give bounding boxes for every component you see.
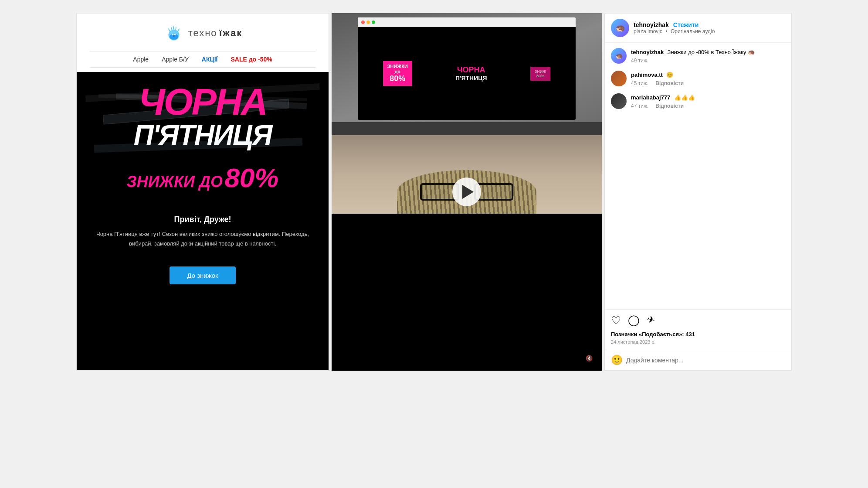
svg-line-4 <box>171 27 172 31</box>
email-header: техно їжак Apple Apple Б/У АКЦІЇ SALE до… <box>77 14 329 72</box>
svg-point-7 <box>172 34 173 35</box>
ig-comment-1-text: 😊 <box>666 72 673 78</box>
laptop-screen: ЗНИЖКИ до 80% ЧОРНА П'ЯТНИЦЯ ЗНИЖ 80% <box>358 17 576 120</box>
nav-apple-bu[interactable]: Apple Б/У <box>162 56 189 63</box>
play-triangle-icon <box>462 185 474 199</box>
ig-comment-2-content: mariababaj777 👍👍👍 47 тиж. Відповісти <box>631 93 785 109</box>
ig-caption-meta: 49 тиж. <box>631 58 785 64</box>
ig-like-icon[interactable]: ♡ <box>611 314 621 328</box>
ig-caption-comment: 🦔 tehnoyizhak Знижки до -80% в Техно Їжа… <box>611 48 785 64</box>
ig-post-header: 🦔 tehnoyizhak Стежити plaza.imovic • Ори… <box>605 14 791 43</box>
ig-comment-1-avatar <box>611 71 627 86</box>
ig-comment-2-text: 👍👍👍 <box>674 94 695 101</box>
brand-name: техно їжак <box>188 27 243 39</box>
ig-comment-2-meta: 47 тиж. Відповісти <box>631 103 785 109</box>
ig-comment-2-username: mariababaj777 <box>631 94 670 101</box>
ig-comment-1: pahimova.tt 😊 45 тиж. Відповісти <box>611 71 785 86</box>
video-panel: ЗНИЖКИ до 80% ЧОРНА П'ЯТНИЦЯ ЗНИЖ 80% <box>332 13 602 371</box>
ig-header-username: tehnoyizhak Стежити <box>634 21 785 28</box>
play-button[interactable] <box>452 177 481 206</box>
laptop-area: ЗНИЖКИ до 80% ЧОРНА П'ЯТНИЦЯ ЗНИЖ 80% <box>332 13 602 135</box>
ig-header-meta: plaza.imovic • Оригінальне аудіо <box>634 28 785 34</box>
ig-action-icons-row: ♡ ◯ ✈ <box>611 314 785 328</box>
ig-comment-1-username: pahimova.tt <box>631 72 663 78</box>
email-body: ЧОРНА П'ЯТНИЦЯ ЗНИЖКИ до 80% Пр <box>77 72 329 370</box>
ig-source: plaza.imovic <box>634 28 662 34</box>
ig-caption-avatar: 🦔 <box>611 48 627 64</box>
email-panel: техно їжак Apple Apple Б/У АКЦІЇ SALE до… <box>76 13 329 371</box>
ig-username-text: tehnoyizhak <box>634 21 669 28</box>
svg-point-9 <box>173 35 175 37</box>
ig-comments-list: 🦔 tehnoyizhak Знижки до -80% в Техно Їжа… <box>605 43 791 309</box>
email-nav: Apple Apple Б/У АКЦІЇ SALE до -50% <box>90 51 315 68</box>
cta-button[interactable]: До знижок <box>170 266 235 284</box>
ig-follow-button[interactable]: Стежити <box>673 21 699 28</box>
main-layout: техно їжак Apple Apple Б/У АКЦІЇ SALE до… <box>72 9 796 375</box>
ig-likes-count: Позначки «Подобається»: 431 <box>611 331 785 338</box>
website-content: ЗНИЖКИ до 80% ЧОРНА П'ЯТНИЦЯ ЗНИЖ 80% <box>358 27 576 120</box>
svg-line-2 <box>173 26 174 29</box>
nav-sale[interactable]: SALE до -50% <box>231 56 272 63</box>
ig-comment-2-avatar <box>611 93 627 109</box>
brand-logo: техно їжак <box>163 22 243 44</box>
ig-comment-1-content: pahimova.tt 😊 45 тиж. Відповісти <box>631 71 785 86</box>
ig-comment-input[interactable] <box>626 357 785 364</box>
ig-post-date: 24 листопад 2023 р. <box>611 339 785 345</box>
svg-line-5 <box>177 29 179 32</box>
ig-caption-content: tehnoyizhak Знижки до -80% в Техно Їжаку… <box>631 48 785 64</box>
ig-caption-username: tehnoyizhak <box>631 49 664 55</box>
svg-line-6 <box>168 29 170 32</box>
ig-header-user-info: tehnoyizhak Стежити plaza.imovic • Оригі… <box>634 21 785 34</box>
svg-line-3 <box>176 27 176 30</box>
ig-comment-icon[interactable]: ◯ <box>628 314 640 328</box>
instagram-comments-panel: 🦔 tehnoyizhak Стежити plaza.imovic • Ори… <box>604 13 792 371</box>
email-text-section: Привіт, Друже! Чорна П'ятниця вже тут! С… <box>77 206 329 306</box>
ig-actions-bar: ♡ ◯ ✈ Позначки «Подобається»: 431 24 лис… <box>605 309 791 350</box>
ig-caption-time: 49 тиж. <box>631 58 648 64</box>
ig-caption-text: Знижки до -80% в Техно Їжаку 🦔 <box>668 49 755 55</box>
black-friday-banner: ЧОРНА П'ЯТНИЦЯ ЗНИЖКИ до 80% <box>77 72 329 206</box>
svg-point-1 <box>170 34 178 40</box>
ig-comment-1-reply[interactable]: Відповісти <box>655 80 684 86</box>
ig-share-icon[interactable]: ✈ <box>645 313 656 328</box>
ig-profile-avatar: 🦔 <box>611 19 629 37</box>
discount-value: 80% <box>224 163 278 193</box>
discount-section: ЗНИЖКИ до 80% <box>127 162 279 193</box>
ig-audio: Оригінальне аудіо <box>671 28 715 34</box>
nav-apple[interactable]: Apple <box>133 56 149 63</box>
email-greeting: Привіт, Друже! <box>94 215 311 224</box>
ig-comment-2-time: 47 тиж. <box>631 103 648 109</box>
ig-add-comment-bar: 🙂 <box>605 350 791 370</box>
ig-comment-2-reply[interactable]: Відповісти <box>655 103 684 109</box>
ig-comment-2: mariababaj777 👍👍👍 47 тиж. Відповісти <box>611 93 785 109</box>
banner-title-chorna: ЧОРНА <box>90 85 315 119</box>
ig-comment-1-time: 45 тиж. <box>631 80 648 86</box>
hedgehog-icon <box>163 22 185 44</box>
ig-comment-1-meta: 45 тиж. Відповісти <box>631 80 785 86</box>
volume-icon[interactable]: 🔇 <box>583 351 596 365</box>
banner-overlay: ЧОРНА П'ЯТНИЦЯ <box>90 81 315 154</box>
ig-emoji-button[interactable]: 🙂 <box>611 355 623 366</box>
email-description: Чорна П'ятниця вже тут! Сезон великих зн… <box>94 229 311 249</box>
discount-prefix: ЗНИЖКИ до <box>127 173 223 191</box>
nav-aktsii[interactable]: АКЦІЇ <box>202 56 218 63</box>
svg-point-8 <box>174 34 175 35</box>
